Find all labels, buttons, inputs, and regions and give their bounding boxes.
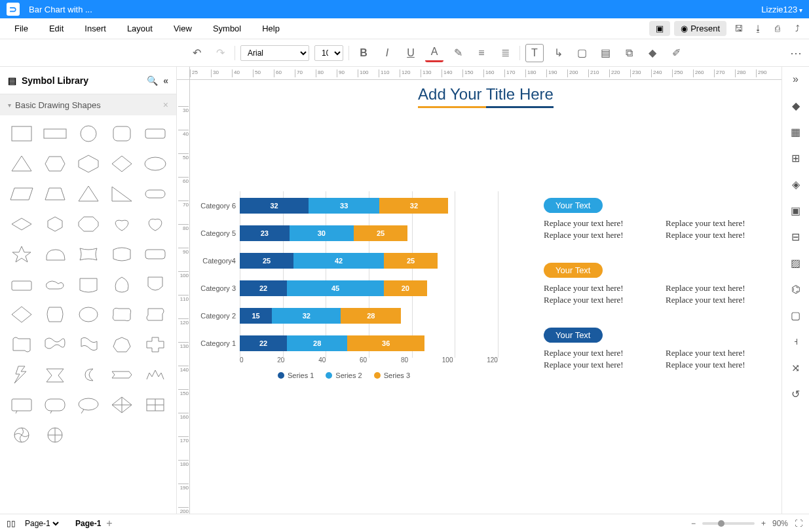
shape-item[interactable] — [140, 393, 170, 417]
shape-item[interactable] — [107, 182, 136, 206]
text-block[interactable]: Your TextReplace your text here!Replace … — [544, 328, 780, 370]
redo-button[interactable]: ↷ — [211, 44, 229, 62]
shape-item[interactable] — [7, 363, 36, 387]
save-icon[interactable]: 🖫 — [730, 21, 746, 37]
shape-item[interactable] — [73, 303, 103, 326]
underline-button[interactable]: U — [402, 44, 420, 62]
picture-tool-icon[interactable]: ▨ — [787, 254, 804, 271]
shape-item[interactable] — [73, 393, 103, 417]
shape-item[interactable] — [40, 393, 69, 417]
shape-item[interactable] — [107, 122, 136, 145]
add-page-button[interactable]: + — [106, 518, 112, 529]
shape-item[interactable] — [73, 273, 103, 296]
shape-item[interactable] — [7, 242, 36, 266]
menu-view[interactable]: View — [163, 18, 202, 39]
shape-category-header[interactable]: ▾ Basic Drawing Shapes × — [0, 94, 176, 115]
align-v-button[interactable]: ≣ — [496, 44, 514, 62]
shape-item[interactable] — [7, 273, 36, 296]
page-title-block[interactable]: Add Your Title Here — [190, 80, 781, 111]
shape-item[interactable] — [107, 393, 136, 417]
menu-symbol[interactable]: Symbol — [202, 18, 252, 39]
layers-button[interactable]: ▤ — [596, 44, 614, 62]
close-category-icon[interactable]: × — [163, 100, 168, 110]
image-tool-icon[interactable]: ▦ — [787, 123, 804, 140]
shape-item[interactable] — [40, 423, 69, 447]
search-icon[interactable]: 🔍 — [147, 75, 158, 86]
line-style-button[interactable]: ✐ — [667, 44, 685, 62]
shape-item[interactable] — [7, 303, 36, 326]
shape-item[interactable] — [40, 212, 69, 236]
menu-file[interactable]: File — [4, 18, 39, 39]
sitemap-tool-icon[interactable]: ⌬ — [787, 280, 804, 297]
shape-item[interactable] — [140, 122, 170, 145]
shape-item[interactable] — [73, 333, 103, 356]
shape-item[interactable] — [140, 182, 170, 206]
clipboard-tool-icon[interactable]: ▢ — [787, 307, 804, 324]
text-block[interactable]: Your TextReplace your text here!Replace … — [544, 263, 780, 305]
shape-item[interactable] — [140, 303, 170, 326]
zoom-slider[interactable] — [702, 522, 755, 525]
shape-item[interactable] — [7, 423, 36, 447]
menu-layout[interactable]: Layout — [117, 18, 163, 39]
shape-item[interactable] — [107, 333, 136, 356]
more-tools-button[interactable]: ⋯ — [790, 46, 802, 60]
align-tool-icon[interactable]: ⫞ — [787, 333, 804, 350]
history-tool-icon[interactable]: ↺ — [787, 385, 804, 402]
shape-item[interactable] — [140, 363, 170, 387]
menu-help[interactable]: Help — [252, 18, 290, 39]
fullscreen-button[interactable]: ⛶ — [795, 519, 802, 528]
shape-item[interactable] — [107, 303, 136, 326]
group-button[interactable]: ⧉ — [620, 44, 638, 62]
shape-item[interactable] — [73, 212, 103, 236]
shape-item[interactable] — [40, 152, 69, 176]
shape-item[interactable] — [40, 363, 69, 387]
bold-button[interactable]: B — [354, 44, 373, 62]
data-tool-icon[interactable]: ⊟ — [787, 228, 804, 245]
container-button[interactable]: ▢ — [573, 44, 591, 62]
shape-item[interactable] — [40, 273, 69, 296]
menu-insert[interactable]: Insert — [74, 18, 117, 39]
shape-item[interactable] — [40, 182, 69, 206]
shape-item[interactable] — [40, 122, 69, 145]
shape-item[interactable] — [73, 363, 103, 387]
fill-tool-icon[interactable]: ◆ — [787, 97, 804, 114]
shape-item[interactable] — [140, 333, 170, 356]
shape-item[interactable] — [73, 182, 103, 206]
shape-item[interactable] — [40, 242, 69, 266]
italic-button[interactable]: I — [378, 44, 396, 62]
shape-item[interactable] — [107, 242, 136, 266]
align-h-button[interactable]: ≡ — [472, 44, 491, 62]
connector-button[interactable]: ↳ — [549, 44, 567, 62]
canvas[interactable]: Add Your Title Here Category 1222836Cate… — [190, 80, 781, 514]
shape-item[interactable] — [107, 363, 136, 387]
shape-item[interactable] — [107, 152, 136, 176]
undo-button[interactable]: ↶ — [187, 44, 206, 62]
slideshow-button[interactable]: ▣ — [649, 21, 670, 36]
shape-item[interactable] — [140, 273, 170, 296]
shape-item[interactable] — [73, 242, 103, 266]
page-tab[interactable]: Page-1 — [75, 519, 101, 528]
collapse-sidebar-icon[interactable]: « — [163, 75, 168, 86]
font-size-select[interactable]: 10 — [314, 45, 343, 61]
zoom-out-button[interactable]: − — [691, 519, 696, 528]
shape-item[interactable] — [140, 152, 170, 176]
shape-item[interactable] — [7, 333, 36, 356]
page-selector[interactable]: Page-1 — [22, 518, 61, 529]
font-select[interactable]: Arial — [240, 45, 309, 61]
fill-button[interactable]: ◆ — [643, 44, 662, 62]
font-color-button[interactable]: A — [425, 44, 443, 62]
bar-chart[interactable]: Category 1222836Category 2153228Category… — [190, 198, 498, 379]
share-icon[interactable]: ⤴ — [789, 21, 805, 37]
shape-item[interactable] — [7, 212, 36, 236]
shape-item[interactable] — [107, 212, 136, 236]
layers-tool-icon[interactable]: ◈ — [787, 176, 804, 193]
user-menu[interactable]: Lizzie123 — [761, 5, 802, 14]
shuffle-tool-icon[interactable]: ⤨ — [787, 359, 804, 376]
shape-item[interactable] — [107, 273, 136, 296]
shape-item[interactable] — [140, 242, 170, 266]
shape-item[interactable] — [7, 182, 36, 206]
expand-panel-icon[interactable]: » — [787, 71, 804, 88]
shape-item[interactable] — [7, 122, 36, 145]
shape-item[interactable] — [7, 152, 36, 176]
zoom-in-button[interactable]: + — [761, 519, 766, 528]
